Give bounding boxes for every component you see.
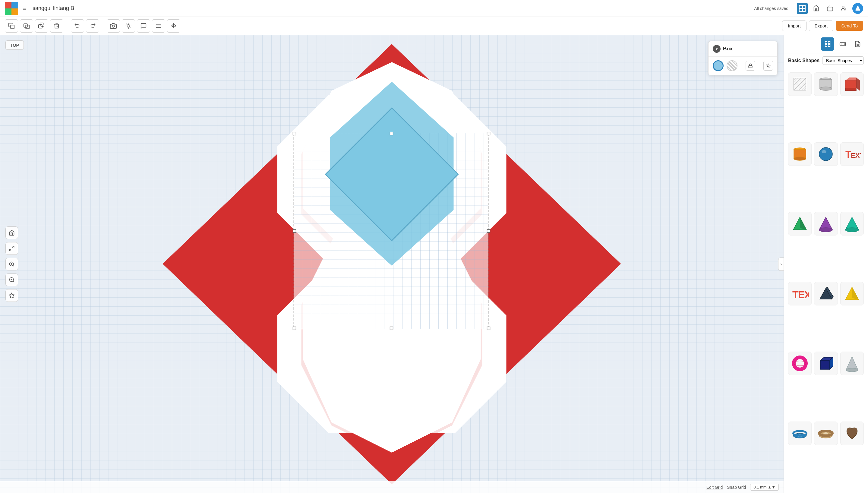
ruler-sidebar-btn[interactable]	[836, 37, 849, 51]
canvas-area[interactable]: TOP	[0, 35, 784, 493]
solid-color-btn[interactable]	[713, 60, 723, 71]
shape-box-striped[interactable]	[788, 72, 811, 96]
shape-box-red[interactable]	[840, 72, 864, 96]
shape-text-red[interactable]: T EXT	[840, 142, 864, 166]
grid-view-btn[interactable]	[797, 3, 808, 14]
mirror-button[interactable]	[167, 19, 180, 33]
hole-color-btn[interactable]	[726, 60, 737, 71]
svg-rect-90	[487, 327, 490, 330]
svg-rect-87	[487, 230, 490, 233]
properties-panel: ▾ Box	[708, 41, 778, 76]
svg-rect-91	[748, 65, 752, 67]
hammer-btn[interactable]	[811, 3, 822, 14]
shape-sphere-blue[interactable]	[814, 142, 838, 166]
right-sidebar: Basic Shapes Basic Shapes Text & Numbers…	[784, 35, 868, 493]
light-button[interactable]	[122, 19, 135, 33]
svg-point-122	[819, 147, 832, 161]
shape-cone-purple[interactable]	[814, 212, 838, 235]
props-colors-row	[709, 57, 777, 75]
redo-button[interactable]	[86, 19, 99, 33]
props-collapse-btn[interactable]: ▾	[713, 45, 721, 53]
shapes-grid: T EXT	[784, 68, 868, 493]
speech-button[interactable]	[137, 19, 150, 33]
svg-rect-103	[840, 43, 845, 46]
copy-button[interactable]	[5, 19, 18, 33]
undo-button[interactable]	[71, 19, 84, 33]
svg-rect-7	[10, 25, 14, 29]
shape-cylinder-gray[interactable]	[814, 72, 838, 96]
topbar: ☰ sanggul lintang B All changes saved	[0, 0, 868, 17]
sendto-button[interactable]: Send To	[836, 21, 863, 31]
duplicate-button[interactable]	[35, 19, 48, 33]
toolbar: Import Export Send To	[0, 17, 868, 35]
toolbar-right-actions: Import Export Send To	[782, 21, 863, 31]
canvas-svg	[0, 35, 784, 493]
svg-point-121	[794, 157, 806, 160]
camera-button[interactable]	[107, 19, 120, 33]
main-area: TOP	[0, 35, 868, 493]
svg-rect-88	[293, 327, 296, 330]
shape-cube-darkblue[interactable]	[814, 351, 838, 375]
snap-grid-label: Snap Grid	[727, 485, 746, 490]
shape-pyramid-green[interactable]	[788, 212, 811, 235]
svg-rect-86	[293, 230, 296, 233]
lock-btn[interactable]	[745, 61, 755, 70]
sidebar-top-icons	[784, 35, 868, 53]
autosave-status: All changes saved	[754, 6, 788, 11]
svg-rect-4	[827, 7, 833, 11]
props-shape-title: Box	[723, 46, 733, 52]
notes-sidebar-btn[interactable]	[851, 37, 864, 51]
shape-prism-blue[interactable]	[814, 282, 838, 305]
briefcase-btn[interactable]	[825, 3, 836, 14]
app-logo	[5, 2, 18, 15]
svg-rect-0	[799, 5, 802, 8]
svg-text:T: T	[845, 149, 851, 160]
svg-text:TEXT: TEXT	[792, 289, 809, 300]
shapes-panel-title: Basic Shapes	[788, 58, 820, 63]
shape-cone-teal[interactable]	[840, 212, 864, 235]
light-props-btn[interactable]	[763, 61, 773, 70]
document-title[interactable]: sanggul lintang B	[32, 5, 74, 12]
svg-rect-102	[828, 45, 830, 46]
svg-rect-99	[825, 42, 827, 43]
grid-shapes-btn[interactable]	[821, 37, 834, 51]
delete-button[interactable]	[50, 19, 63, 33]
svg-line-96	[769, 67, 770, 67]
edit-grid-link[interactable]: Edit Grid	[707, 485, 723, 490]
expand-sidebar-btn[interactable]: ›	[778, 258, 784, 271]
svg-point-131	[845, 228, 859, 232]
svg-rect-101	[825, 45, 827, 46]
shape-cylinder-orange[interactable]	[788, 142, 811, 166]
add-person-btn[interactable]	[839, 3, 849, 14]
shape-cone-gray[interactable]	[840, 351, 864, 375]
svg-line-16	[126, 23, 127, 24]
shape-text3d-red[interactable]: TEXT	[788, 282, 811, 305]
svg-rect-84	[390, 132, 393, 135]
snap-grid-value[interactable]: 0.1 mm ▲▼	[750, 484, 779, 491]
align-button[interactable]	[152, 19, 165, 33]
avatar-btn[interactable]	[852, 3, 863, 14]
svg-rect-100	[828, 42, 830, 43]
svg-point-143	[846, 368, 858, 372]
shape-pyramid-yellow[interactable]	[840, 282, 864, 305]
toolbar-separator	[67, 21, 67, 31]
svg-point-5	[842, 6, 844, 8]
svg-point-129	[819, 228, 832, 232]
import-button[interactable]: Import	[782, 21, 806, 31]
shape-heart-brown[interactable]	[840, 422, 864, 445]
svg-marker-117	[845, 78, 856, 88]
svg-point-12	[112, 25, 114, 27]
svg-rect-10	[39, 24, 42, 28]
shapes-panel-header: Basic Shapes Basic Shapes Text & Numbers…	[784, 53, 868, 68]
svg-point-13	[127, 24, 130, 27]
shape-donut-tan[interactable]	[814, 422, 838, 445]
shapes-category-dropdown[interactable]: Basic Shapes Text & Numbers Connectors A…	[822, 57, 864, 65]
svg-rect-89	[390, 327, 393, 330]
export-button[interactable]: Export	[809, 21, 833, 31]
svg-point-137	[794, 357, 806, 369]
paste-button[interactable]	[20, 19, 33, 33]
shape-torus-pink[interactable]	[788, 351, 811, 375]
svg-line-17	[130, 27, 131, 28]
svg-text:EXT: EXT	[851, 152, 861, 159]
shape-torus-blue[interactable]	[788, 422, 811, 445]
